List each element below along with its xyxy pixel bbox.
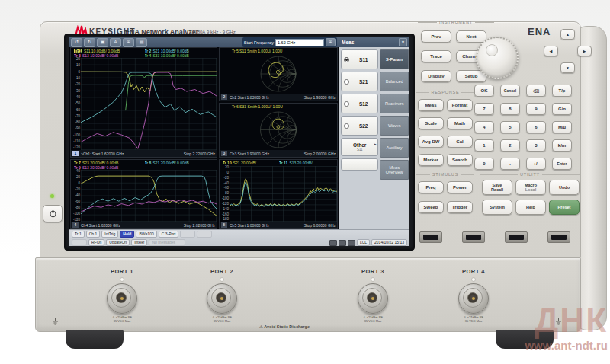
status-icon[interactable] — [339, 240, 346, 246]
arrow-right-button[interactable]: ▶ — [577, 46, 592, 56]
power-button[interactable] — [43, 205, 63, 222]
scale-button[interactable]: Scale — [418, 117, 444, 129]
undo-button[interactable]: Undo — [549, 180, 580, 195]
key-m-u[interactable]: M/µ — [552, 121, 572, 133]
sweep-button[interactable]: Sweep — [418, 201, 444, 213]
trace-label[interactable]: Tr 10S21 20.00dB/ — [223, 161, 279, 166]
channel-badge[interactable]: 5 — [221, 222, 227, 228]
print-icon[interactable]: ▤ — [136, 38, 147, 47]
arrow-up-button[interactable]: ▲ — [560, 29, 575, 40]
status-lcl[interactable]: LCL — [357, 239, 370, 246]
key-k-m[interactable]: k/m — [552, 139, 572, 152]
status-bandwidth[interactable]: BW=100 — [136, 231, 156, 238]
avg-bw-button[interactable]: Avg BW — [418, 136, 444, 148]
trigger-button[interactable]: Trigger — [447, 201, 473, 213]
trace-label[interactable]: Tr 11S13 20.00dB/ — [279, 161, 336, 166]
display-button[interactable]: Display — [421, 70, 451, 82]
key-9[interactable]: 9 — [526, 103, 546, 115]
next-button[interactable]: Next — [456, 30, 486, 43]
key-backspace[interactable]: ⌫ — [526, 85, 546, 97]
arrow-down-button[interactable]: ▼ — [560, 62, 575, 73]
key-8[interactable]: 8 — [500, 103, 520, 115]
system-button[interactable]: System — [482, 200, 512, 215]
meas-option-blank[interactable] — [341, 158, 378, 171]
usb-port[interactable] — [547, 231, 570, 243]
marker-button[interactable]: Marker — [418, 154, 444, 166]
status-cal[interactable]: C 3-Port — [159, 231, 179, 238]
tab-receivers[interactable]: Receivers — [380, 94, 409, 113]
status-update[interactable]: UpdateOn — [106, 239, 130, 246]
format-button[interactable]: Format — [447, 99, 473, 111]
status-trace[interactable]: Tr 1 — [72, 231, 85, 238]
channel-badge[interactable]: 4 — [72, 222, 79, 228]
close-icon[interactable]: × — [399, 38, 407, 46]
channel-badge[interactable]: 3 — [221, 151, 227, 156]
rotary-knob[interactable] — [476, 37, 518, 79]
key-t-p[interactable]: T/p — [552, 85, 572, 97]
key-5[interactable]: 5 — [500, 121, 520, 133]
meas-option-s11[interactable]: S11 — [341, 49, 378, 69]
save-recall-button[interactable]: SaveRecall — [482, 180, 512, 195]
graph-panel-5[interactable]: Tr 10S21 20.00dB/ Tr 11S13 20.00dB/ 200-… — [219, 159, 338, 229]
window-layout-icon[interactable]: ⊞ — [123, 38, 134, 47]
key-0[interactable]: 0 — [474, 158, 494, 170]
key-1[interactable]: 1 — [474, 139, 494, 152]
freq-button[interactable]: Freq — [418, 181, 444, 193]
trace-label[interactable]: Tr 6 S33 Smith 1.000U/ 1.00U — [232, 104, 283, 110]
meas-option-s21[interactable]: S21 — [341, 72, 378, 91]
start-frequency-input[interactable]: 1.62 GHz — [275, 39, 324, 46]
tab-meas-overview[interactable]: Meas Overview — [380, 160, 409, 180]
meas-menu-titlebar[interactable]: Meas × — [339, 37, 409, 47]
tab-auxiliary[interactable]: Auxiliary — [380, 138, 409, 158]
math-button[interactable]: Math — [447, 117, 473, 129]
autoscale-icon[interactable]: A — [110, 38, 121, 47]
meas-option-other[interactable]: Other S11 ▸ — [341, 138, 378, 156]
status-icon[interactable] — [329, 240, 337, 246]
keypad-popup-icon[interactable]: ⊞ — [326, 38, 336, 46]
usb-port[interactable] — [505, 231, 528, 243]
tab-balanced[interactable]: Balanced — [380, 72, 409, 91]
tab-s-param[interactable]: S-Param — [380, 49, 409, 69]
channel-badge[interactable]: 1 — [72, 151, 79, 156]
undo-icon[interactable]: ↺ — [71, 38, 82, 47]
search-button[interactable]: Search — [447, 154, 473, 166]
meas-button[interactable]: Meas — [418, 99, 444, 111]
screenshot-icon[interactable]: ▣ — [97, 38, 108, 47]
status-channel[interactable]: Ch 1 — [86, 231, 101, 238]
key-6[interactable]: 6 — [526, 121, 546, 133]
help-button[interactable]: Help — [515, 200, 546, 215]
meas-option-s12[interactable]: S12 — [341, 94, 378, 113]
key-4[interactable]: 4 — [474, 121, 494, 133]
key-plus-minus[interactable]: +/- — [526, 158, 546, 170]
macro-local-button[interactable]: MacroLocal — [515, 180, 546, 195]
key-enter[interactable]: Enter — [552, 158, 572, 170]
preset-button[interactable]: Preset — [549, 200, 580, 215]
status-trigger-source[interactable]: IntTrig — [101, 231, 118, 238]
arrow-left-button[interactable]: ◀ — [544, 46, 558, 56]
usb-port[interactable] — [419, 231, 442, 243]
prev-button[interactable]: Prev — [421, 30, 451, 43]
key-decimal[interactable]: . — [500, 158, 520, 170]
port-3-connector[interactable] — [358, 283, 388, 314]
usb-port[interactable] — [462, 231, 485, 243]
port-1-connector[interactable] — [107, 283, 137, 314]
trace-label[interactable]: Tr 5 S11 Smith 1.000U/ 1.00U — [232, 49, 282, 54]
status-reference[interactable]: IntRef — [131, 239, 147, 246]
port-4-connector[interactable] — [458, 283, 489, 314]
cal-button[interactable]: Cal — [447, 136, 473, 148]
redo-icon[interactable]: ↻ — [84, 38, 95, 47]
trace-label[interactable]: Tr 8S21 20.00dB/ 0.00dB — [145, 161, 216, 165]
channel-badge[interactable]: 2 — [221, 94, 227, 100]
graph-panel-2[interactable]: Tr 5 S11 Smith 1.000U/ 1.00U 2Ch2 Start … — [219, 47, 338, 101]
meas-option-s22[interactable]: S22 — [341, 116, 378, 136]
graph-panel-3[interactable]: Tr 6 S33 Smith 1.000U/ 1.00U 3Ch3 Start … — [219, 103, 338, 158]
trace-button[interactable]: Trace — [421, 50, 451, 62]
status-icon[interactable] — [348, 240, 355, 246]
key-7[interactable]: 7 — [474, 103, 494, 115]
tab-waves[interactable]: Waves — [380, 116, 409, 136]
key-cancel[interactable]: Cancel — [500, 85, 520, 97]
graph-panel-1[interactable]: Tr 1S11 10.00dB/ 0.00dB Tr 2S21 10.00dB/… — [70, 47, 217, 158]
key-3[interactable]: 3 — [526, 139, 546, 152]
status-hold[interactable]: Hold — [120, 231, 134, 238]
port-2-connector[interactable] — [207, 283, 237, 314]
